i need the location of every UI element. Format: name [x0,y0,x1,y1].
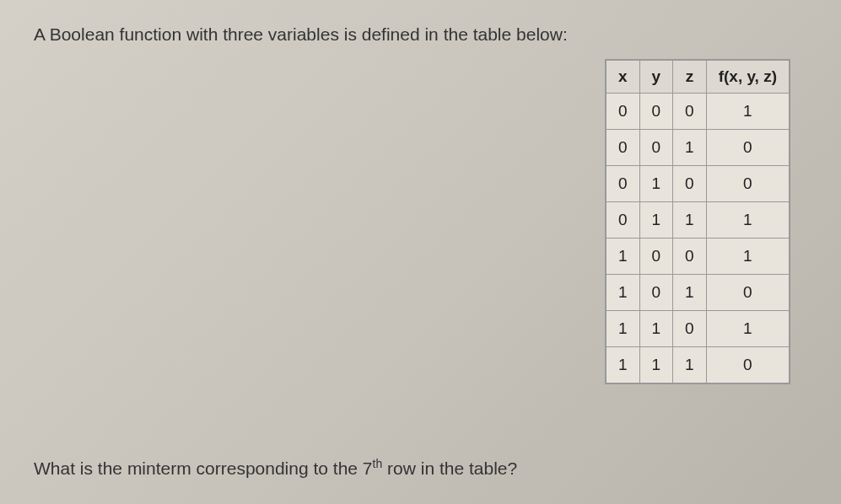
cell: 1 [673,202,707,239]
cell: 0 [706,347,790,384]
table-row: 1 0 1 0 [606,275,790,311]
cell: 1 [673,130,707,166]
cell: 1 [639,311,673,347]
cell: 0 [639,239,673,275]
header-x: x [606,60,639,94]
question-suffix: row in the table? [382,458,517,478]
header-y: y [639,60,673,94]
table-body: 0 0 0 1 0 0 1 0 0 1 0 0 0 1 1 1 1 0 0 1 [606,94,790,384]
cell: 1 [639,166,673,202]
cell: 0 [639,275,673,311]
cell: 1 [639,202,673,239]
cell: 1 [706,94,790,130]
cell: 0 [639,130,673,166]
cell: 0 [673,94,707,130]
table-row: 1 1 1 0 [606,347,790,384]
cell: 1 [673,347,707,384]
cell: 0 [606,166,639,202]
cell: 0 [673,239,707,275]
cell: 1 [673,275,707,311]
cell: 0 [639,94,673,130]
truth-table: x y z f(x, y, z) 0 0 0 1 0 0 1 0 0 1 0 0… [605,59,790,384]
cell: 1 [606,239,639,275]
table-row: 0 0 1 0 [606,130,790,166]
cell: 0 [673,311,707,347]
question-prefix: What is the minterm corresponding to the… [34,458,373,478]
table-row: 0 1 1 1 [606,202,790,239]
cell: 1 [606,275,639,311]
cell: 1 [606,311,639,347]
cell: 1 [706,202,790,239]
table-row: 1 1 0 1 [606,311,790,347]
cell: 1 [706,311,790,347]
cell: 1 [706,239,790,275]
cell: 0 [606,130,639,166]
cell: 0 [706,166,790,202]
cell: 0 [706,275,790,311]
cell: 0 [606,94,639,130]
table-row: 0 0 0 1 [606,94,790,130]
table-row: 1 0 0 1 [606,239,790,275]
cell: 1 [606,347,639,384]
cell: 0 [673,166,707,202]
cell: 1 [639,347,673,384]
table-header-row: x y z f(x, y, z) [606,60,790,94]
table-row: 0 1 0 0 [606,166,790,202]
cell: 0 [706,130,790,166]
question-text: What is the minterm corresponding to the… [34,457,517,479]
header-f: f(x, y, z) [706,60,790,94]
cell: 0 [606,202,639,239]
question-sup: th [373,457,383,470]
intro-text: A Boolean function with three variables … [34,21,807,48]
header-z: z [673,60,707,94]
